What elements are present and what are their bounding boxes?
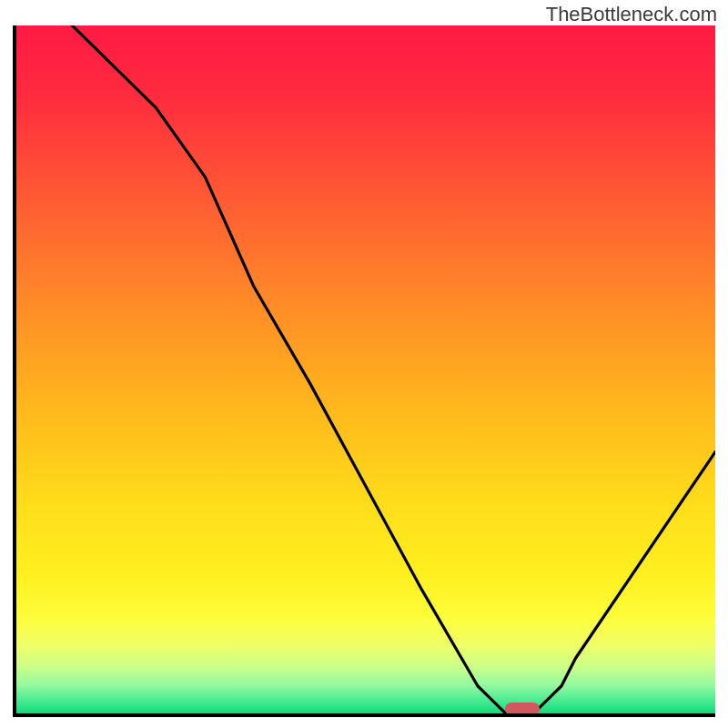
- svg-rect-0: [16, 25, 715, 713]
- chart-container: [13, 25, 715, 717]
- optimal-marker: [505, 703, 540, 715]
- gradient-background: [16, 25, 715, 713]
- watermark-text: TheBottleneck.com: [546, 3, 717, 26]
- plot-area: [13, 25, 715, 717]
